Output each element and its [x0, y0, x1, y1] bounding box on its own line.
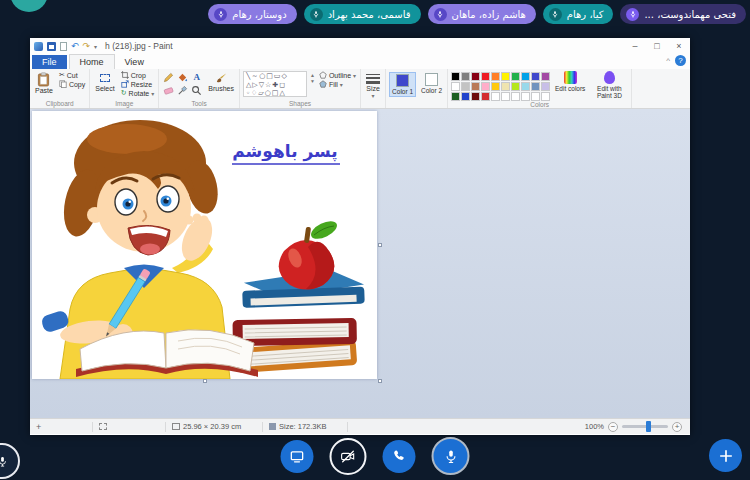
collapse-ribbon-icon[interactable]: ^	[666, 56, 670, 65]
palette-swatch[interactable]	[531, 72, 540, 81]
palette-swatch[interactable]	[461, 92, 470, 101]
palette-swatch[interactable]	[491, 82, 500, 91]
palette-swatch[interactable]	[521, 92, 530, 101]
palette-swatch[interactable]	[501, 92, 510, 101]
selection-size-icon	[99, 423, 107, 430]
brushes-button[interactable]: Brushes	[206, 71, 236, 93]
fill-button[interactable]: Fill ▾	[318, 80, 357, 88]
palette-swatch[interactable]	[501, 82, 510, 91]
palette-swatch[interactable]	[541, 82, 550, 91]
tools-group-label: Tools	[191, 100, 206, 108]
camera-off-button[interactable]	[330, 438, 367, 475]
redo-icon[interactable]: ↷	[83, 42, 91, 51]
shapes-gallery[interactable]: ╲～○□▭◇ △▷▽☆✚◻ ◦♢▱○□△	[243, 71, 307, 97]
zoom-in-button[interactable]: +	[672, 422, 682, 432]
palette-swatch[interactable]	[531, 92, 540, 101]
call-button[interactable]	[383, 440, 416, 473]
canvas-image[interactable]: پسر باهوشم	[32, 111, 377, 379]
palette-swatch[interactable]	[451, 92, 460, 101]
size-button[interactable]: Size ▾	[364, 73, 382, 100]
palette-swatch[interactable]	[471, 92, 480, 101]
close-button[interactable]: ×	[668, 38, 690, 54]
palette-swatch[interactable]	[501, 72, 510, 81]
tab-home[interactable]: Home	[69, 54, 115, 69]
cut-button[interactable]: ✂Cut	[58, 71, 86, 79]
mic-icon	[0, 455, 9, 468]
participant-name: کیا، رهام	[567, 9, 604, 20]
fill-bucket-icon	[177, 72, 188, 83]
palette-swatch[interactable]	[511, 92, 520, 101]
eraser-icon	[163, 85, 174, 96]
magnifier-tool[interactable]	[190, 84, 203, 96]
paste-button[interactable]: Paste	[33, 71, 55, 95]
palette-swatch[interactable]	[481, 92, 490, 101]
participant-pill[interactable]: کیا، رهام	[543, 4, 614, 24]
palette-swatch[interactable]	[531, 82, 540, 91]
shapes-scrollbar[interactable]: ▲▼	[310, 71, 315, 85]
edge-partial-button[interactable]	[0, 443, 20, 479]
palette-swatch[interactable]	[481, 82, 490, 91]
edit-colors-button[interactable]: Edit colors	[553, 71, 587, 93]
tab-view[interactable]: View	[115, 55, 154, 69]
participant-pill[interactable]: قاسمی، محمد بهراد	[304, 4, 421, 24]
palette-swatch[interactable]	[451, 82, 460, 91]
participant-pill[interactable]: هاشم زاده، ماهان	[428, 4, 536, 24]
undo-icon[interactable]: ↶	[71, 42, 79, 51]
palette-swatch[interactable]	[451, 72, 460, 81]
rotate-button[interactable]: ↻Rotate ▾	[120, 89, 156, 97]
phone-icon	[391, 448, 407, 464]
palette-swatch[interactable]	[521, 82, 530, 91]
palette-swatch[interactable]	[461, 72, 470, 81]
copy-button[interactable]: Copy	[58, 80, 86, 88]
edit-with-paint3d-button[interactable]: Edit with Paint 3D	[590, 71, 628, 100]
text-tool[interactable]: A	[190, 71, 203, 83]
help-icon[interactable]: ?	[675, 55, 686, 66]
select-button[interactable]: Select	[93, 71, 116, 93]
palette-swatch[interactable]	[511, 82, 520, 91]
zoom-out-button[interactable]: −	[608, 422, 618, 432]
palette-swatch[interactable]	[511, 72, 520, 81]
color-picker-tool[interactable]	[176, 84, 189, 96]
pencil-tool[interactable]	[162, 71, 175, 83]
screen-share-button[interactable]	[281, 440, 314, 473]
canvas-resize-handle-bottom[interactable]	[203, 379, 207, 383]
color1-button[interactable]: Color 1	[389, 72, 416, 97]
participant-name: هاشم زاده، ماهان	[452, 9, 526, 20]
mic-icon	[214, 8, 227, 21]
maximize-button[interactable]: □	[646, 38, 668, 54]
palette-swatch[interactable]	[491, 72, 500, 81]
palette-swatch[interactable]	[461, 82, 470, 91]
edit-colors-icon	[564, 71, 577, 84]
participant-pill[interactable]: دوستار، رهام	[208, 4, 296, 24]
save-icon[interactable]	[47, 42, 56, 51]
add-button[interactable]	[709, 439, 742, 472]
qat-dropdown-icon[interactable]: ▾	[94, 43, 97, 50]
zoom-slider[interactable]	[622, 425, 668, 428]
new-file-icon[interactable]	[60, 42, 67, 51]
palette-swatch[interactable]	[491, 92, 500, 101]
outline-button[interactable]: Outline ▾	[318, 71, 357, 79]
palette-swatch[interactable]	[541, 92, 550, 101]
palette-swatch[interactable]	[521, 72, 530, 81]
fill-tool[interactable]	[176, 71, 189, 83]
palette-swatch[interactable]	[471, 72, 480, 81]
clipboard-group-label: Clipboard	[46, 100, 74, 108]
color2-button[interactable]: Color 2	[419, 72, 444, 95]
palette-swatch[interactable]	[481, 72, 490, 81]
tab-file[interactable]: File	[32, 55, 67, 69]
colors-group-label: Colors	[530, 101, 549, 109]
zoom-slider-thumb[interactable]	[646, 421, 651, 432]
eraser-tool[interactable]	[162, 84, 175, 96]
participant-pill[interactable]: فتحی مهماندوست، ...	[620, 4, 746, 24]
crop-button[interactable]: Crop	[120, 71, 156, 79]
minimize-button[interactable]: –	[624, 38, 646, 54]
canvas-area[interactable]: پسر باهوشم	[30, 109, 690, 418]
palette-swatch[interactable]	[541, 72, 550, 81]
resize-button[interactable]: Resize	[120, 80, 156, 88]
palette-swatch[interactable]	[471, 82, 480, 91]
canvas-resize-handle-right[interactable]	[378, 243, 382, 247]
microphone-button[interactable]	[432, 437, 470, 475]
clipboard-group: Paste ✂Cut Copy Clipboard	[30, 69, 90, 108]
canvas-resize-handle-corner[interactable]	[378, 379, 382, 383]
select-label: Select	[95, 85, 114, 92]
